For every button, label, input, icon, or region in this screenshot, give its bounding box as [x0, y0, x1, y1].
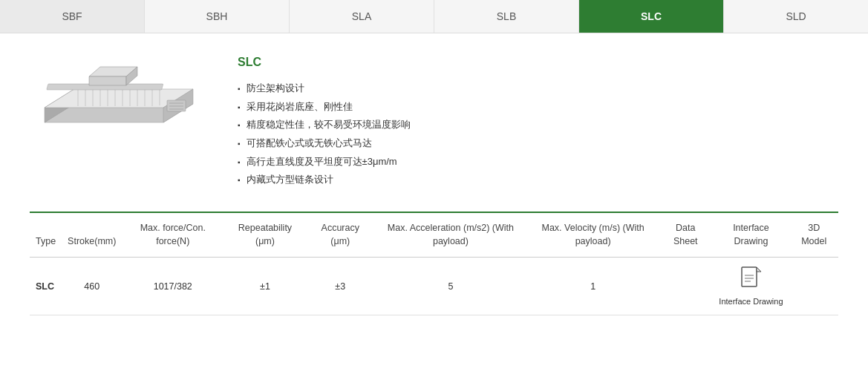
cell-data_sheet: [659, 258, 712, 315]
svg-marker-25: [757, 267, 761, 272]
table-row: SLC4601017/382±1±351 Interface Drawing: [30, 258, 838, 315]
cell-type: SLC: [30, 258, 62, 315]
col-header-max_velocity: Max. Velocity (m/s) (With payload): [527, 213, 659, 258]
svg-marker-18: [89, 76, 126, 85]
nav-tab-sbh[interactable]: SBH: [145, 0, 290, 33]
cell-interface_drawing[interactable]: Interface Drawing: [712, 258, 789, 315]
nav-tab-sbf[interactable]: SBF: [0, 0, 145, 33]
feature-item: 内藏式方型链条设计: [238, 171, 838, 189]
cell-max_accel: 5: [374, 258, 528, 315]
product-title: SLC: [238, 56, 838, 69]
top-nav: SBFSBHSLASLBSLCSLD: [0, 0, 868, 33]
col-header-accuracy: Accuracy (μm): [307, 213, 374, 258]
feature-list: 防尘架构设计采用花岗岩底座、刚性佳精度稳定性佳，较不易受环境温度影响可搭配铁心式…: [238, 79, 838, 189]
product-svg: [30, 56, 208, 160]
feature-item: 精度稳定性佳，较不易受环境温度影响: [238, 116, 838, 134]
svg-rect-24: [742, 267, 757, 286]
nav-tab-sla[interactable]: SLA: [290, 0, 434, 33]
nav-tab-slc[interactable]: SLC: [579, 0, 724, 33]
col-header-max_accel: Max. Acceleration (m/s2) (With payload): [374, 213, 528, 258]
cell-max_velocity: 1: [527, 258, 659, 315]
interface-drawing-label: Interface Drawing: [719, 297, 783, 306]
cell-model_3d: [789, 258, 838, 315]
col-header-max_force: Max. force/Con. force(N): [122, 213, 223, 258]
col-header-data_sheet: Data Sheet: [659, 213, 712, 258]
product-info: SLC 防尘架构设计采用花岗岩底座、刚性佳精度稳定性佳，较不易受环境温度影响可搭…: [238, 56, 838, 189]
cell-accuracy: ±3: [307, 258, 374, 315]
col-header-repeatability: Repeatability (μm): [223, 213, 307, 258]
drawing-icon: [740, 266, 761, 294]
col-header-model_3d: 3D Model: [789, 213, 838, 258]
svg-rect-20: [167, 100, 186, 111]
table-section: TypeStroke(mm)Max. force/Con. force(N)Re…: [0, 213, 868, 338]
col-header-stroke: Stroke(mm): [62, 213, 122, 258]
col-header-type: Type: [30, 213, 62, 258]
cell-stroke: 460: [62, 258, 122, 315]
product-image: [30, 56, 208, 162]
cell-max_force: 1017/382: [122, 258, 223, 315]
feature-item: 可搭配铁心式或无铁心式马达: [238, 134, 838, 153]
cell-repeatability: ±1: [223, 258, 307, 315]
nav-tab-sld[interactable]: SLD: [724, 0, 868, 33]
feature-item: 防尘架构设计: [238, 79, 838, 98]
nav-tab-slb[interactable]: SLB: [434, 0, 579, 33]
col-header-interface_drawing: Interface Drawing: [712, 213, 789, 258]
feature-item: 高行走直线度及平坦度可达±3μm/m: [238, 153, 838, 171]
specs-table: TypeStroke(mm)Max. force/Con. force(N)Re…: [30, 213, 838, 315]
product-section: SLC 防尘架构设计采用花岗岩底座、刚性佳精度稳定性佳，较不易受环境温度影响可搭…: [0, 33, 868, 204]
interface-drawing-link[interactable]: Interface Drawing: [719, 266, 783, 306]
feature-item: 采用花岗岩底座、刚性佳: [238, 98, 838, 117]
table-header-row: TypeStroke(mm)Max. force/Con. force(N)Re…: [30, 213, 838, 258]
table-body: SLC4601017/382±1±351 Interface Drawing: [30, 258, 838, 315]
